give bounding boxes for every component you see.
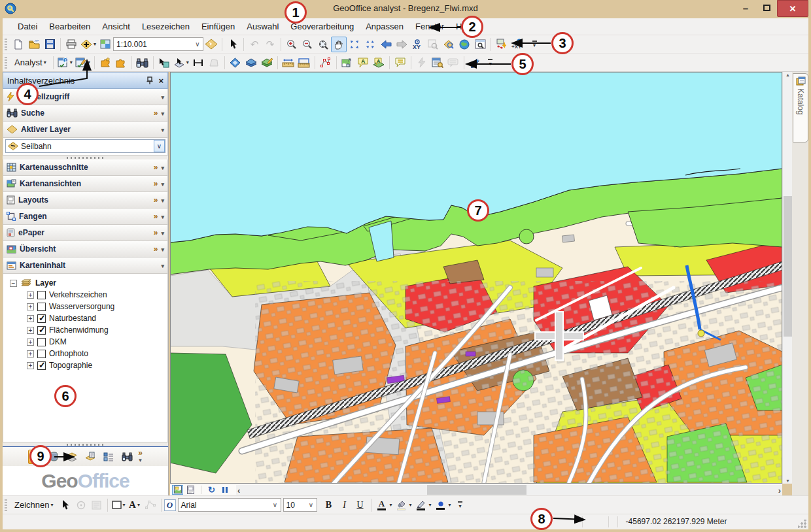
geo-object-button[interactable]: [228, 55, 243, 71]
expand-icon[interactable]: [27, 315, 34, 322]
bold-button[interactable]: B: [321, 497, 337, 513]
section-dropdown-icon[interactable]: [161, 179, 164, 188]
refresh-button[interactable]: ↻: [206, 485, 217, 495]
form-edit-button[interactable]: [74, 55, 92, 71]
rotate-element-button[interactable]: [73, 497, 89, 513]
edit-vertices-draw-button[interactable]: [143, 497, 158, 513]
fixed-zoom-in-button[interactable]: [347, 37, 362, 52]
section-kartenansichten[interactable]: Kartenansichten: [3, 176, 168, 192]
scroll-up-icon[interactable]: [783, 73, 793, 77]
section-expand-icon[interactable]: [154, 179, 158, 188]
resize-grip[interactable]: [798, 520, 806, 528]
layer-checkbox[interactable]: [37, 350, 46, 358]
text-tool-button[interactable]: A: [127, 497, 143, 513]
section-expand-icon[interactable]: [154, 228, 158, 237]
measure-distance-button[interactable]: [281, 55, 296, 71]
pin-icon[interactable]: [147, 76, 153, 84]
minimize-button[interactable]: [735, 0, 756, 16]
globe-services-button[interactable]: [457, 37, 472, 52]
back-extent-button[interactable]: [378, 37, 394, 52]
menu-fenster[interactable]: Fenster: [409, 20, 450, 33]
section-dropdown-icon[interactable]: [161, 244, 164, 254]
section-dropdown-icon[interactable]: [161, 92, 164, 101]
section-dropdown-icon[interactable]: [161, 125, 164, 134]
undo-button[interactable]: ↶: [247, 37, 262, 52]
toolbar-grip[interactable]: [5, 57, 7, 69]
marker-color-button[interactable]: [433, 497, 453, 513]
layer-edit-button[interactable]: [259, 55, 275, 71]
vertical-scroll-thumb[interactable]: [784, 196, 792, 337]
toc-search-button[interactable]: [120, 450, 134, 464]
expand-icon[interactable]: [27, 327, 34, 334]
toolbar-grip[interactable]: [5, 499, 7, 511]
menu-ansicht[interactable]: Ansicht: [96, 20, 136, 33]
font-size-dropdown-icon[interactable]: [306, 501, 317, 508]
layer-row-verkehrszeichen[interactable]: Verkehrszeichen: [3, 289, 167, 301]
magnifier-window-button[interactable]: [425, 37, 441, 52]
expand-icon[interactable]: [27, 291, 34, 299]
form-search-button[interactable]: [430, 55, 445, 71]
edit-vertices-button[interactable]: [318, 55, 334, 71]
scale-dropdown-icon[interactable]: [192, 41, 203, 48]
collapse-icon[interactable]: [10, 280, 17, 287]
font-size-combobox[interactable]: 10: [283, 498, 317, 512]
dialog-button[interactable]: [445, 55, 461, 71]
vertical-scrollbar[interactable]: [782, 72, 792, 484]
select-tool-button[interactable]: [225, 37, 241, 52]
zoom-in-button[interactable]: [284, 37, 300, 52]
layer-checkbox[interactable]: [37, 326, 46, 335]
toc-visibility-button[interactable]: [65, 450, 79, 464]
section-dropdown-icon[interactable]: [161, 108, 164, 118]
layer-row-naturbestand[interactable]: Naturbestand: [3, 312, 167, 324]
toolbar-grip[interactable]: [5, 39, 7, 50]
layer-row-flaechenwidmung[interactable]: Flächenwidmung: [3, 324, 167, 336]
scroll-down-icon[interactable]: [783, 478, 793, 483]
maximize-button[interactable]: [756, 0, 777, 16]
layer-row-wasserversorgung[interactable]: Wasserversorgung: [3, 301, 167, 312]
polygon-select-button[interactable]: [206, 55, 222, 71]
font-combobox[interactable]: Arial: [178, 498, 281, 512]
section-dropdown-icon[interactable]: [161, 212, 164, 221]
scroll-left-icon[interactable]: [237, 486, 240, 495]
expand-icon[interactable]: [27, 350, 34, 357]
analyst-toolbar-overflow-button[interactable]: [483, 55, 498, 71]
section-fangen[interactable]: Fangen: [3, 208, 168, 225]
menu-auswahl[interactable]: Auswahl: [241, 20, 285, 33]
section-dropdown-icon[interactable]: [161, 228, 164, 237]
edit-sketch-button[interactable]: [467, 55, 483, 71]
measure-button[interactable]: [190, 55, 206, 71]
section-layouts[interactable]: Layouts: [3, 192, 168, 208]
label-layer-button[interactable]: A: [371, 55, 387, 71]
standard-toolbar-overflow-button[interactable]: [526, 37, 542, 52]
element-attributes-button[interactable]: [89, 497, 105, 513]
section-suche[interactable]: Suche: [3, 105, 168, 122]
forward-extent-button[interactable]: [394, 37, 409, 52]
zoom-out-button[interactable]: [300, 37, 315, 52]
zeichnen-menu-button[interactable]: Zeichnen: [10, 499, 58, 511]
layer-checkbox[interactable]: [37, 338, 46, 346]
quick-action-button[interactable]: [414, 55, 430, 71]
select-features-button[interactable]: [156, 55, 172, 71]
section-expand-icon[interactable]: [154, 244, 158, 254]
map-scale-button[interactable]: [97, 37, 113, 52]
extension-button[interactable]: [113, 55, 129, 71]
section-dropdown-icon[interactable]: [161, 163, 164, 172]
layer-checkbox[interactable]: [37, 291, 46, 299]
open-button[interactable]: [26, 37, 42, 52]
redo-button[interactable]: ↷: [262, 37, 278, 52]
search-tool-button[interactable]: [135, 55, 150, 71]
layer-row-orthophoto[interactable]: Orthophoto: [3, 348, 167, 359]
layer-row-topographie[interactable]: Topographie: [3, 359, 167, 371]
add-data-button[interactable]: [79, 37, 97, 52]
menu-einfuegen[interactable]: Einfügen: [196, 20, 241, 33]
shape-tool-button[interactable]: [111, 497, 127, 513]
extension-star-button[interactable]: [97, 55, 113, 71]
katalog-tab[interactable]: Katalog: [793, 73, 808, 142]
layer-row-dkm[interactable]: DKM: [3, 336, 167, 348]
toc-selection-button[interactable]: [83, 450, 97, 464]
new-document-button[interactable]: [10, 37, 26, 52]
section-epaper[interactable]: ePaper: [3, 225, 168, 241]
comment-button[interactable]: [392, 55, 408, 71]
panel-close-icon[interactable]: ×: [158, 76, 164, 86]
tree-root-row[interactable]: Layer: [3, 277, 167, 289]
